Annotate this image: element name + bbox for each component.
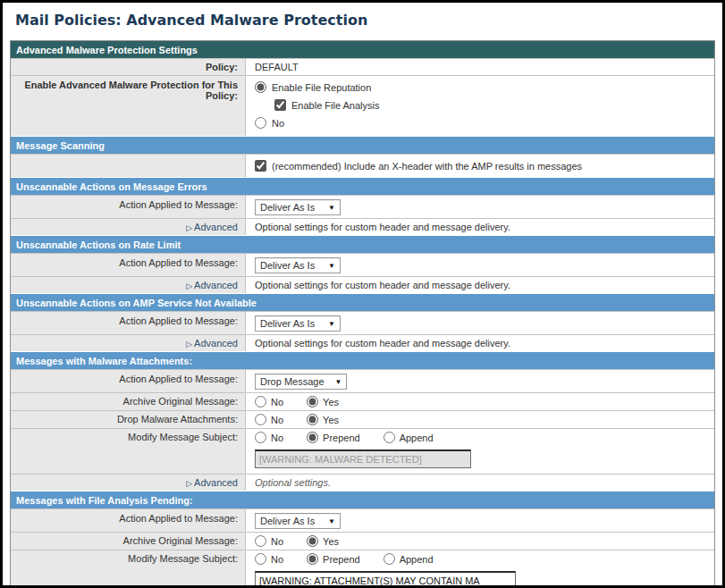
amp-settings-table: Advanced Malware Protection Settings Pol… bbox=[10, 40, 715, 588]
pending-subject-prepend-option[interactable]: Prepend bbox=[307, 553, 360, 565]
amp-unavailable-action-select[interactable]: Deliver As Is ▼ bbox=[255, 315, 341, 332]
pending-subject-no-option[interactable]: No bbox=[255, 553, 283, 565]
malware-drop-yes-option[interactable]: Yes bbox=[307, 414, 339, 425]
pending-archive-yes-option[interactable]: Yes bbox=[307, 535, 339, 547]
malware-subject-append-radio[interactable] bbox=[384, 432, 395, 443]
rate-limit-advanced-link[interactable]: ▷Advanced bbox=[186, 280, 238, 290]
malware-advanced-note: Optional settings. bbox=[246, 475, 714, 491]
malware-subject-append-option[interactable]: Append bbox=[384, 432, 434, 443]
dropdown-arrow-icon: ▼ bbox=[328, 204, 335, 212]
pending-archive-yes-radio[interactable] bbox=[307, 535, 318, 547]
pending-subject-prepend-radio[interactable] bbox=[307, 553, 318, 565]
dropdown-arrow-icon: ▼ bbox=[328, 517, 335, 525]
section-header-message-scanning: Message Scanning bbox=[11, 136, 714, 154]
malware-archive-yes-option[interactable]: Yes bbox=[307, 396, 339, 407]
pending-subject-text-input[interactable] bbox=[255, 571, 516, 588]
enable-file-reputation-label: Enable File Reputation bbox=[272, 82, 371, 93]
xheader-row: (recommended) Include an X-header with t… bbox=[11, 154, 714, 177]
malware-drop-no-option[interactable]: No bbox=[255, 414, 283, 425]
message-errors-action-label: Action Applied to Message: bbox=[11, 196, 246, 218]
pending-action-select[interactable]: Deliver As Is ▼ bbox=[255, 513, 341, 529]
malware-archive-yes-radio[interactable] bbox=[307, 396, 318, 407]
policy-value: DEFAULT bbox=[246, 59, 714, 75]
enable-file-reputation-option[interactable]: Enable File Reputation bbox=[255, 81, 705, 93]
dropdown-arrow-icon: ▼ bbox=[328, 262, 335, 270]
amp-unavailable-action-label: Action Applied to Message: bbox=[11, 312, 246, 334]
malware-archive-row: Archive Original Message: No Yes bbox=[11, 392, 714, 410]
enable-file-analysis-checkbox[interactable] bbox=[274, 99, 286, 111]
message-errors-advanced-row: ▷Advanced Optional settings for custom h… bbox=[11, 218, 714, 235]
dropdown-arrow-icon: ▼ bbox=[328, 320, 335, 328]
policy-row: Policy: DEFAULT bbox=[11, 58, 714, 75]
malware-drop-label: Drop Malware Attachments: bbox=[11, 411, 246, 428]
pending-subject-row: Modify Message Subject: No Prepend Appen… bbox=[11, 550, 714, 588]
enable-no-radio[interactable] bbox=[255, 117, 266, 129]
malware-subject-prepend-radio[interactable] bbox=[307, 432, 318, 443]
xheader-checkbox[interactable] bbox=[255, 160, 266, 172]
pending-subject-append-option[interactable]: Append bbox=[384, 553, 434, 565]
malware-subject-text-input[interactable] bbox=[255, 449, 471, 468]
section-header-malware-attachments: Messages with Malware Attachments: bbox=[11, 351, 714, 369]
enable-file-analysis-label: Enable File Analysis bbox=[291, 100, 379, 111]
enable-no-option[interactable]: No bbox=[255, 117, 705, 129]
malware-advanced-link[interactable]: ▷Advanced bbox=[186, 477, 238, 488]
pending-subject-append-radio[interactable] bbox=[384, 553, 395, 565]
enable-file-analysis-option[interactable]: Enable File Analysis bbox=[274, 99, 705, 111]
page: Mail Policies: Advanced Malware Protecti… bbox=[0, 0, 725, 588]
triangle-right-icon: ▷ bbox=[186, 281, 192, 290]
amp-unavailable-advanced-row: ▷Advanced Optional settings for custom h… bbox=[11, 334, 714, 351]
section-header-unscannable-rate-limit: Unscannable Actions on Rate Limit bbox=[11, 235, 714, 253]
malware-drop-no-radio[interactable] bbox=[255, 414, 266, 425]
message-errors-action-select[interactable]: Deliver As Is ▼ bbox=[255, 199, 341, 215]
triangle-right-icon: ▷ bbox=[186, 479, 192, 488]
message-errors-action-row: Action Applied to Message: Deliver As Is… bbox=[11, 195, 714, 218]
message-errors-advanced-note: Optional settings for custom header and … bbox=[246, 219, 714, 235]
malware-subject-prepend-option[interactable]: Prepend bbox=[307, 432, 360, 443]
policy-label: Policy: bbox=[11, 59, 246, 75]
triangle-right-icon: ▷ bbox=[186, 223, 192, 232]
amp-unavailable-action-row: Action Applied to Message: Deliver As Is… bbox=[11, 311, 714, 334]
rate-limit-action-row: Action Applied to Message: Deliver As Is… bbox=[11, 253, 714, 276]
malware-archive-no-radio[interactable] bbox=[255, 396, 266, 407]
xheader-option[interactable]: (recommended) Include an X-header with t… bbox=[255, 160, 705, 172]
pending-archive-no-radio[interactable] bbox=[255, 535, 266, 547]
pending-subject-label: Modify Message Subject: bbox=[11, 550, 246, 588]
malware-archive-label: Archive Original Message: bbox=[11, 393, 246, 410]
enable-file-reputation-radio[interactable] bbox=[255, 81, 266, 93]
malware-subject-no-option[interactable]: No bbox=[255, 432, 283, 443]
pending-action-label: Action Applied to Message: bbox=[11, 509, 246, 532]
triangle-right-icon: ▷ bbox=[186, 340, 192, 349]
malware-advanced-row: ▷Advanced Optional settings. bbox=[11, 474, 714, 491]
xheader-label: (recommended) Include an X-header with t… bbox=[272, 161, 582, 172]
malware-subject-no-radio[interactable] bbox=[255, 432, 266, 443]
enable-amp-label: Enable Advanced Malware Protection for T… bbox=[11, 76, 246, 136]
page-title: Mail Policies: Advanced Malware Protecti… bbox=[3, 3, 722, 40]
section-header-unscannable-message-errors: Unscannable Actions on Message Errors bbox=[11, 177, 714, 195]
rate-limit-action-select[interactable]: Deliver As Is ▼ bbox=[255, 257, 341, 273]
table-main-header: Advanced Malware Protection Settings bbox=[11, 41, 714, 58]
message-errors-advanced-link[interactable]: ▷Advanced bbox=[186, 222, 238, 232]
malware-action-label: Action Applied to Message: bbox=[11, 370, 246, 392]
pending-archive-row: Archive Original Message: No Yes bbox=[11, 532, 714, 550]
enable-amp-row: Enable Advanced Malware Protection for T… bbox=[11, 75, 714, 136]
pending-archive-no-option[interactable]: No bbox=[255, 535, 283, 547]
malware-archive-no-option[interactable]: No bbox=[255, 396, 283, 407]
pending-archive-label: Archive Original Message: bbox=[11, 533, 246, 550]
rate-limit-action-label: Action Applied to Message: bbox=[11, 254, 246, 276]
malware-action-select[interactable]: Drop Message ▼ bbox=[255, 374, 347, 390]
section-header-unscannable-amp-unavailable: Unscannable Actions on AMP Service Not A… bbox=[11, 293, 714, 311]
malware-drop-row: Drop Malware Attachments: No Yes bbox=[11, 410, 714, 428]
enable-no-label: No bbox=[272, 118, 284, 129]
malware-action-row: Action Applied to Message: Drop Message … bbox=[11, 369, 714, 392]
amp-unavailable-advanced-link[interactable]: ▷Advanced bbox=[186, 338, 238, 349]
rate-limit-advanced-row: ▷Advanced Optional settings for custom h… bbox=[11, 276, 714, 293]
malware-subject-label: Modify Message Subject: bbox=[11, 429, 246, 474]
malware-subject-row: Modify Message Subject: No Prepend Appen… bbox=[11, 428, 714, 474]
pending-subject-no-radio[interactable] bbox=[255, 553, 266, 565]
xheader-empty-label bbox=[11, 155, 246, 177]
malware-drop-yes-radio[interactable] bbox=[307, 414, 318, 425]
pending-action-row: Action Applied to Message: Deliver As Is… bbox=[11, 508, 714, 532]
dropdown-arrow-icon: ▼ bbox=[335, 378, 342, 386]
section-header-file-analysis-pending: Messages with File Analysis Pending: bbox=[11, 491, 714, 508]
amp-unavailable-advanced-note: Optional settings for custom header and … bbox=[246, 335, 714, 351]
